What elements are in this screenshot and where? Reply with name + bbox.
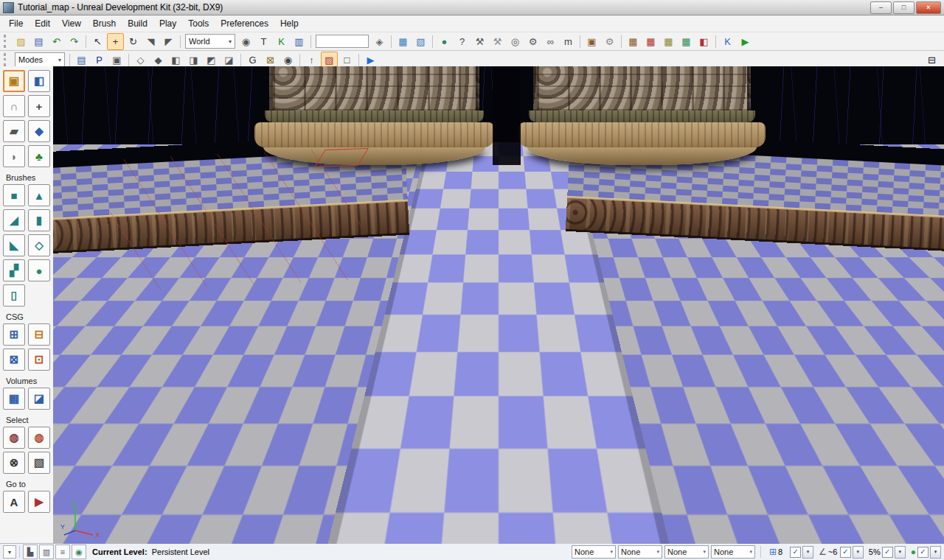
menu-build[interactable]: Build (122, 16, 153, 31)
lightmass-icon[interactable]: ▣ (583, 33, 600, 50)
cube-brush-icon[interactable]: ■ (3, 184, 25, 206)
menu-edit[interactable]: Edit (29, 16, 56, 31)
geometry-mode-icon[interactable]: ◧ (28, 70, 50, 92)
save-icon[interactable]: ▤ (30, 33, 47, 50)
open-icon[interactable]: ▨ (13, 33, 30, 50)
sphere-brush-icon[interactable]: ● (28, 259, 50, 281)
select-matching-icon[interactable]: ▧ (28, 452, 50, 474)
drag-grid-dropdown[interactable]: ▾ (802, 546, 813, 559)
content-browser-icon[interactable]: ▥ (291, 33, 308, 50)
menu-play[interactable]: Play (153, 16, 182, 31)
build-paths-icon[interactable]: ▦ (660, 33, 677, 50)
kismet-icon[interactable]: K (273, 33, 290, 50)
translate-mode-icon[interactable]: + (28, 95, 50, 117)
autosave-checkbox[interactable]: ✓ (917, 547, 929, 558)
toolbar-search-input[interactable] (316, 35, 369, 48)
rotation-grid-icon[interactable]: ∠ (819, 547, 827, 557)
help-icon[interactable]: ? (454, 33, 471, 50)
rotation-grid-dropdown[interactable]: ▾ (853, 546, 864, 559)
cylinder-brush-icon[interactable]: ▮ (28, 209, 50, 231)
title-bar[interactable]: Tutorial_map - Unreal Development Kit (3… (0, 0, 944, 15)
translate-tool-icon[interactable]: + (107, 33, 124, 50)
undo-icon[interactable]: ↶ (48, 33, 65, 50)
autosave-icon[interactable]: ● (911, 547, 916, 557)
tools-gear-icon[interactable]: ⚙ (601, 33, 618, 50)
redo-icon[interactable]: ↷ (66, 33, 83, 50)
menu-file[interactable]: File (3, 16, 29, 31)
camera-mode-icon[interactable]: ▣ (3, 70, 25, 92)
close-button[interactable]: × (916, 1, 941, 14)
status-options-dropdown[interactable]: ▾ (3, 545, 16, 559)
menu-preferences[interactable]: Preferences (215, 16, 274, 31)
csg-subtract-icon[interactable]: ⊟ (28, 323, 50, 346)
drag-grid-checkbox[interactable]: ✓ (790, 547, 801, 558)
columns-icon[interactable]: ▥ (39, 545, 54, 559)
modes-dropdown[interactable]: Modes ▾ (15, 52, 65, 67)
scale-nonuniform-tool-icon[interactable]: ◤ (160, 33, 177, 50)
build-cover-icon[interactable]: ▦ (678, 33, 695, 50)
goto-builder-brush-icon[interactable]: ▶ (28, 491, 50, 513)
settings-gear-icon[interactable]: ⚙ (524, 33, 541, 50)
perspective-viewport[interactable]: Z X Y (53, 66, 944, 544)
foliage-mode-icon[interactable]: ♣ (28, 145, 50, 167)
sheet-brush-icon[interactable]: ◇ (28, 234, 50, 256)
rotation-grid-checkbox[interactable]: ✓ (840, 547, 851, 558)
build-all-icon[interactable]: ◧ (695, 33, 712, 50)
camera-icon[interactable]: ◎ (507, 33, 524, 50)
csg-deintersect-icon[interactable]: ⊡ (28, 349, 50, 371)
stat-combo-4[interactable]: None (711, 545, 755, 559)
preview-sphere-icon[interactable]: ◉ (72, 545, 86, 559)
cone-brush-icon[interactable]: ▲ (28, 184, 50, 206)
volume-cube-icon[interactable]: ◪ (28, 388, 50, 410)
stat-combo-1[interactable]: None (572, 545, 616, 559)
linear-staircase-brush-icon[interactable]: ▞ (3, 259, 25, 281)
add-volume-icon[interactable]: ▦ (3, 388, 25, 410)
csg-intersect-icon[interactable]: ⊠ (3, 349, 25, 371)
landscape-mode-icon[interactable]: ◗ (3, 145, 25, 167)
maximize-button[interactable]: □ (893, 1, 914, 14)
menu-view[interactable]: View (56, 16, 87, 31)
curved-staircase-brush-icon[interactable]: ◢ (3, 209, 25, 231)
world-properties-icon[interactable]: ● (436, 33, 453, 50)
select-touching-icon[interactable]: ◍ (28, 427, 50, 449)
actor-browser-icon[interactable]: ▧ (412, 33, 429, 50)
build-geometry-icon[interactable]: ▦ (625, 33, 642, 50)
texture-mode-icon[interactable]: ▰ (3, 120, 25, 142)
scale-tool-icon[interactable]: ◥ (142, 33, 159, 50)
select-tool-icon[interactable]: ↖ (89, 33, 106, 50)
menu-help[interactable]: Help (274, 16, 305, 31)
autosave-dropdown[interactable]: ▾ (930, 546, 941, 559)
minimize-button[interactable]: – (870, 1, 892, 14)
cut-tool-icon[interactable]: ⚒ (471, 33, 488, 50)
viewport-resize-icon[interactable]: ▙ (23, 545, 38, 559)
menu-tools[interactable]: Tools (182, 16, 215, 31)
goto-actor-icon[interactable]: A (3, 491, 25, 513)
card-brush-icon[interactable]: ▯ (3, 284, 25, 307)
static-mesh-mode-icon[interactable]: ◆ (28, 120, 50, 142)
search-actors-icon[interactable]: ◉ (237, 33, 254, 50)
attach-icon[interactable]: ∞ (542, 33, 559, 50)
rotate-tool-icon[interactable]: ↻ (125, 33, 142, 50)
drag-grid-icon[interactable]: ⊞ (769, 547, 777, 557)
menu-brush[interactable]: Brush (87, 16, 122, 31)
build-lighting-icon[interactable]: ▦ (642, 33, 659, 50)
split-tool-icon[interactable]: ⚒ (489, 33, 506, 50)
matinee-icon[interactable]: m (560, 33, 577, 50)
select-inside-icon[interactable]: ◍ (3, 427, 25, 449)
scale-snap-checkbox[interactable]: ✓ (882, 547, 893, 558)
coordinate-system-select[interactable]: World ▾ (185, 34, 235, 49)
toolbar-grip[interactable] (4, 53, 9, 66)
stat-combo-2[interactable]: None (618, 545, 662, 559)
search-go-icon[interactable]: ◈ (371, 33, 388, 50)
select-none-icon[interactable]: ⊗ (3, 452, 25, 474)
play-in-editor-icon[interactable]: ▶ (737, 33, 754, 50)
spiral-staircase-brush-icon[interactable]: ◣ (3, 234, 25, 256)
scale-snap-dropdown[interactable]: ▾ (895, 546, 906, 559)
toolbar-grip[interactable] (4, 35, 9, 48)
csg-add-icon[interactable]: ⊞ (3, 323, 25, 346)
terrain-mode-icon[interactable]: ∩ (3, 95, 25, 117)
fullscreen-icon[interactable]: T (255, 33, 272, 50)
stat-combo-3[interactable]: None (664, 545, 709, 559)
list-icon[interactable]: ≡ (55, 545, 70, 559)
generic-browser-icon[interactable]: ▦ (395, 33, 412, 50)
